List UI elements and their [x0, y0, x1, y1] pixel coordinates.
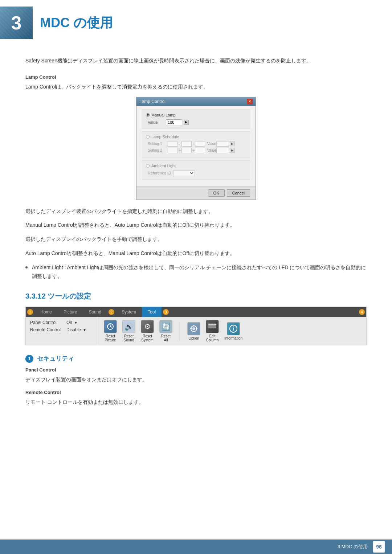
remote-control-value: Disable: [66, 327, 81, 332]
body-text1: 選択したディスプレイ装置のバックライトを指定した時刻に自動的に調整します。: [25, 207, 367, 216]
ok-button[interactable]: OK: [208, 189, 225, 197]
panel-control-value: On: [66, 320, 72, 325]
setting1-value[interactable]: [216, 141, 229, 147]
ref-row: Reference ID: [148, 170, 246, 176]
tool-option[interactable]: Option: [187, 322, 200, 340]
tab-system[interactable]: System: [116, 307, 142, 317]
tab-number-3: 3: [163, 309, 169, 315]
body-text2: Manual Lamp Controlが調整されると、Auto Lamp Con…: [25, 221, 367, 230]
remote-control-section-label: Remote Control: [25, 390, 367, 395]
panel-control-label: Panel Control: [30, 320, 66, 325]
value-label-s2: Value: [207, 148, 216, 152]
toolbar-container: 1 Home Picture Sound 2 System Tool 3 4 P…: [25, 307, 367, 345]
setting1-sec[interactable]: [195, 141, 205, 147]
chapter-header: 3 MDC の使用: [0, 0, 392, 46]
reset-all-icon: 🔄: [159, 320, 172, 333]
value-input[interactable]: [166, 119, 182, 125]
bullet-dot: [25, 266, 28, 268]
tool-information[interactable]: i Information: [224, 322, 242, 340]
lamp-dialog-close-button[interactable]: ✕: [247, 99, 253, 104]
manual-lamp-section: Manual Lamp Value ▶: [142, 110, 250, 128]
toolbar-left: Panel Control On ▼ Remote Control Disabl…: [26, 317, 98, 345]
tool-reset-sound[interactable]: 🔊 Reset Sound: [122, 320, 135, 342]
svg-text:i: i: [233, 326, 234, 332]
lamp-dialog-titlebar: Lamp Control ✕: [136, 97, 256, 106]
edit-column-icon: [206, 320, 219, 333]
tab-tool[interactable]: Tool: [142, 307, 162, 317]
tab-home[interactable]: Home: [34, 307, 58, 317]
security-subsection-heading: 1 セキュリティ: [25, 354, 367, 363]
toolbar-body: Panel Control On ▼ Remote Control Disabl…: [26, 317, 366, 345]
svg-point-2: [192, 327, 195, 330]
panel-control-arrow[interactable]: ▼: [74, 321, 78, 325]
page-container: 3 MDC の使用 Safety Screen機能はディスプレイ装置の画面に静止…: [0, 0, 392, 554]
tool-reset-system[interactable]: ⚙ Reset System: [141, 320, 154, 342]
page-footer: 3 MDC の使用 96: [0, 539, 392, 554]
reset-sound-label2: Sound: [124, 338, 134, 342]
separator1: [180, 322, 180, 340]
lamp-control-dialog: Lamp Control ✕ Manual Lamp Value ▶: [136, 97, 256, 200]
content-area: Safety Screen機能はディスプレイ装置の画面に静止画像が長時間表示され…: [0, 57, 392, 434]
setting1-hour[interactable]: [168, 141, 178, 147]
svg-rect-7: [208, 324, 216, 325]
reset-all-label1: Reset: [161, 334, 171, 338]
manual-lamp-text: Manual Lamp: [151, 113, 176, 117]
time-sep-2a: ÷: [179, 148, 181, 152]
ambient-bullet-item: Ambient Light : Ambient Lightは周囲の光の強さを検出…: [25, 263, 367, 281]
chapter-number: 3: [11, 12, 22, 34]
dialog-wrapper: Lamp Control ✕ Manual Lamp Value ▶: [25, 97, 367, 200]
remote-control-desc: リモート コントロールを有効または無効にします。: [25, 398, 367, 407]
body-text4: Auto Lamp Controlが調整されると、Manual Lamp Con…: [25, 249, 367, 258]
reset-system-label1: Reset: [143, 334, 152, 338]
setting2-value[interactable]: [216, 148, 229, 153]
tab-picture[interactable]: Picture: [58, 307, 83, 317]
footer-text: 3 MDC の使用: [338, 543, 368, 550]
time-sep-2b: ÷: [193, 148, 195, 152]
setting1-arrow[interactable]: ▶: [230, 141, 235, 146]
setting2-hour[interactable]: [168, 148, 178, 153]
information-label: Information: [224, 336, 242, 340]
body-text3: 選択したディスプレイのバックライトを手動で調整します。: [25, 235, 367, 244]
panel-control-desc: ディスプレイ装置の画面をオンまたはオフにします。: [25, 376, 367, 384]
value-label-s1: Value: [207, 142, 216, 146]
manual-lamp-radio-label: Manual Lamp: [146, 113, 246, 117]
lamp-schedule-radio-dot[interactable]: [146, 135, 150, 139]
reference-id-label: Reference ID: [148, 171, 173, 175]
manual-lamp-value-row: Value ▶: [148, 119, 246, 125]
reset-sound-icon: 🔊: [122, 320, 135, 333]
cancel-button[interactable]: Cancel: [227, 189, 250, 197]
manual-lamp-radio-dot[interactable]: [146, 113, 150, 117]
toolbar-right: Reset Picture 🔊 Reset Sound ⚙: [98, 317, 248, 345]
reference-id-select[interactable]: [173, 170, 195, 176]
tab-sound[interactable]: Sound: [83, 307, 107, 317]
ambient-light-radio-label: Ambient Light: [146, 164, 246, 168]
lamp-dialog-title-text: Lamp Control: [139, 99, 166, 104]
option-icon: [187, 322, 200, 335]
reset-picture-label2: Picture: [105, 338, 116, 342]
value-arrow-button[interactable]: ▶: [184, 120, 189, 125]
security-number: 1: [25, 355, 33, 363]
tool-reset-all[interactable]: 🔄 Reset All: [159, 320, 172, 342]
tool-edit-column[interactable]: Edit Column: [206, 320, 219, 342]
reset-picture-label1: Reset: [106, 334, 115, 338]
footer-page-number: 96: [373, 541, 385, 553]
ambient-bullet-text: Ambient Light : Ambient Lightは周囲の光の強さを検出…: [32, 263, 367, 281]
ambient-light-radio-dot[interactable]: [146, 164, 150, 168]
reset-system-label2: System: [141, 338, 153, 342]
dialog-buttons: OK Cancel: [136, 186, 256, 200]
setting1-label: Setting 1: [148, 142, 168, 146]
lamp-schedule-radio-label: Lamp Schedule: [146, 135, 246, 139]
tab-number-1: 1: [27, 309, 33, 315]
setting2-min[interactable]: [181, 148, 192, 153]
security-title: セキュリティ: [37, 354, 74, 363]
lamp-dialog-body: Manual Lamp Value ▶ Lamp Schedule: [136, 106, 256, 186]
chapter-number-box: 3: [0, 7, 33, 39]
tool-reset-picture[interactable]: Reset Picture: [104, 320, 117, 342]
information-icon: i: [227, 322, 240, 335]
setting2-sec[interactable]: [195, 148, 205, 153]
remote-control-arrow[interactable]: ▼: [83, 328, 86, 332]
setting2-arrow[interactable]: ▶: [230, 148, 235, 153]
setting1-min[interactable]: [181, 141, 192, 147]
lamp-schedule-section: Lamp Schedule Setting 1 ÷ ÷ Value ▶: [142, 131, 250, 157]
lamp-control-label: Lamp Control: [25, 74, 367, 80]
